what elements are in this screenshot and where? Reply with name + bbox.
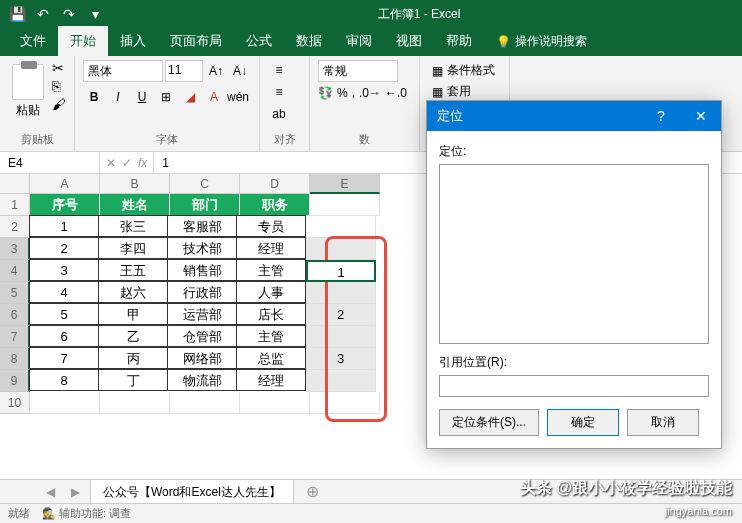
percent-icon[interactable]: % <box>337 86 348 100</box>
cell[interactable]: 5 <box>29 303 99 325</box>
dec-decimal-icon[interactable]: ←.0 <box>385 86 407 100</box>
active-cell[interactable]: 1 <box>306 260 376 282</box>
tab-review[interactable]: 审阅 <box>334 26 384 56</box>
cell[interactable]: 甲 <box>98 303 168 325</box>
name-box[interactable]: E4 <box>0 152 100 173</box>
row-header[interactable]: 7 <box>0 326 30 348</box>
cell[interactable] <box>310 392 380 414</box>
cell[interactable]: 总监 <box>236 347 306 369</box>
cell[interactable]: 赵六 <box>98 281 168 303</box>
cell[interactable]: 6 <box>29 325 99 347</box>
dialog-help-button[interactable]: ? <box>641 101 681 131</box>
cell[interactable] <box>30 392 100 414</box>
cancel-button[interactable]: 取消 <box>627 409 699 436</box>
currency-icon[interactable]: 💱 <box>318 86 333 100</box>
cell[interactable]: 张三 <box>98 215 168 237</box>
cell[interactable]: 8 <box>29 369 99 391</box>
col-header-c[interactable]: C <box>170 174 240 194</box>
ok-button[interactable]: 确定 <box>547 409 619 436</box>
cell[interactable]: 运营部 <box>167 303 237 325</box>
comma-icon[interactable]: , <box>352 86 355 100</box>
cell[interactable] <box>306 370 376 392</box>
copy-icon[interactable]: ⎘ <box>52 78 66 94</box>
sheet-tab[interactable]: 公众号【Word和Excel达人先生】 <box>90 479 294 505</box>
tab-view[interactable]: 视图 <box>384 26 434 56</box>
cell[interactable]: 主管 <box>236 259 306 281</box>
cell[interactable]: 7 <box>29 347 99 369</box>
row-header[interactable]: 3 <box>0 238 30 260</box>
row-header[interactable]: 10 <box>0 392 30 414</box>
tab-layout[interactable]: 页面布局 <box>158 26 234 56</box>
cell[interactable]: 乙 <box>98 325 168 347</box>
redo-icon[interactable]: ↷ <box>60 5 78 23</box>
bold-button[interactable]: B <box>83 86 105 108</box>
increase-font-icon[interactable]: A↑ <box>205 60 227 82</box>
cell[interactable]: 丁 <box>98 369 168 391</box>
row-header[interactable]: 2 <box>0 216 30 238</box>
cell[interactable] <box>100 392 170 414</box>
cell[interactable]: 2 <box>306 304 376 326</box>
cell[interactable] <box>310 194 380 216</box>
tab-home[interactable]: 开始 <box>58 26 108 56</box>
cell[interactable]: 人事 <box>236 281 306 303</box>
cell[interactable]: 仓管部 <box>167 325 237 347</box>
th-dept[interactable]: 部门 <box>170 194 240 216</box>
add-sheet-icon[interactable]: ⊕ <box>298 482 327 501</box>
cut-icon[interactable]: ✂ <box>52 60 66 76</box>
font-size-select[interactable]: 11 <box>165 60 203 82</box>
cell[interactable] <box>240 392 310 414</box>
qat-more-icon[interactable]: ▾ <box>86 5 104 23</box>
cell[interactable]: 专员 <box>236 215 306 237</box>
cell[interactable] <box>306 282 376 304</box>
cell[interactable] <box>306 326 376 348</box>
cell[interactable]: 物流部 <box>167 369 237 391</box>
col-header-d[interactable]: D <box>240 174 310 194</box>
save-icon[interactable]: 💾 <box>8 5 26 23</box>
tab-data[interactable]: 数据 <box>284 26 334 56</box>
paste-button[interactable]: 粘贴 <box>8 60 48 123</box>
cell[interactable]: 网络部 <box>167 347 237 369</box>
row-header[interactable]: 1 <box>0 194 30 216</box>
phonetic-button[interactable]: wén <box>227 86 249 108</box>
format-as-table-button[interactable]: ▦ 套用 <box>428 81 501 102</box>
th-name[interactable]: 姓名 <box>100 194 170 216</box>
inc-decimal-icon[interactable]: .0→ <box>359 86 381 100</box>
cell[interactable]: 销售部 <box>167 259 237 281</box>
cell[interactable]: 3 <box>29 259 99 281</box>
tab-formulas[interactable]: 公式 <box>234 26 284 56</box>
goto-listbox[interactable] <box>439 164 709 344</box>
undo-icon[interactable]: ↶ <box>34 5 52 23</box>
row-header[interactable]: 5 <box>0 282 30 304</box>
select-all-corner[interactable] <box>0 174 30 194</box>
tell-me-search[interactable]: 💡 操作说明搜索 <box>484 27 599 56</box>
enter-formula-icon[interactable]: ✓ <box>122 156 132 170</box>
th-seq[interactable]: 序号 <box>30 194 100 216</box>
cell[interactable]: 经理 <box>236 369 306 391</box>
row-header[interactable]: 4 <box>0 260 30 282</box>
cell[interactable]: 1 <box>29 215 99 237</box>
row-header[interactable]: 8 <box>0 348 30 370</box>
sheet-nav-prev-icon[interactable]: ◀ <box>40 485 61 499</box>
col-header-e[interactable]: E <box>310 174 380 194</box>
dialog-titlebar[interactable]: 定位 ? ✕ <box>427 101 721 131</box>
format-painter-icon[interactable]: 🖌 <box>52 96 66 112</box>
reference-input[interactable] <box>439 375 709 397</box>
dialog-close-button[interactable]: ✕ <box>681 101 721 131</box>
cell[interactable] <box>306 216 376 238</box>
th-job[interactable]: 职务 <box>240 194 310 216</box>
border-button[interactable]: ⊞ <box>155 86 177 108</box>
wrap-text-icon[interactable]: ab <box>268 104 290 124</box>
row-header[interactable]: 9 <box>0 370 30 392</box>
cell[interactable]: 2 <box>29 237 99 259</box>
sheet-nav-next-icon[interactable]: ▶ <box>65 485 86 499</box>
align-left-icon[interactable]: ≡ <box>268 82 290 102</box>
conditional-format-button[interactable]: ▦ 条件格式 <box>428 60 501 81</box>
cell[interactable]: 客服部 <box>167 215 237 237</box>
cell[interactable]: 4 <box>29 281 99 303</box>
cell[interactable]: 行政部 <box>167 281 237 303</box>
cell[interactable] <box>170 392 240 414</box>
cell[interactable]: 3 <box>306 348 376 370</box>
tab-file[interactable]: 文件 <box>8 26 58 56</box>
tab-insert[interactable]: 插入 <box>108 26 158 56</box>
align-top-icon[interactable]: ≡ <box>268 60 290 80</box>
